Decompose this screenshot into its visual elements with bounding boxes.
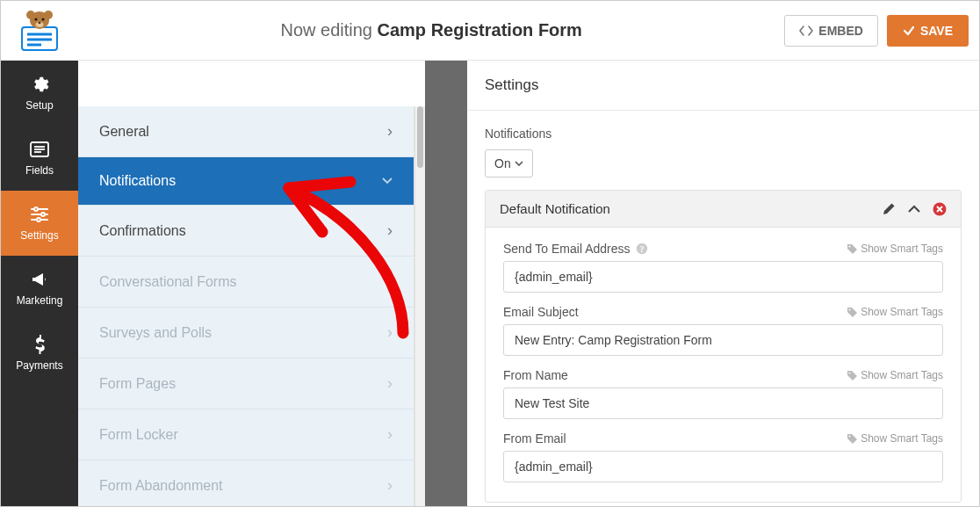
tag-icon [847,308,857,317]
subpanel-form-pages[interactable]: Form Pages › [78,359,414,409]
check-icon [903,25,915,37]
form-title: Camp Registration Form [378,20,582,40]
svg-point-26 [849,372,851,373]
sliders-icon [30,205,49,224]
field-from-name: From Name Show Smart Tags [503,368,943,419]
card-title: Default Notification [500,201,610,216]
wpforms-logo-icon [15,10,64,52]
notifications-toggle-section: Notifications On [467,111,979,181]
page-title: Now editing Camp Registration Form [78,20,784,40]
subpanel-confirmations[interactable]: Confirmations › [78,206,414,257]
subpanel-wrap: General › Notifications Confirmations › … [78,61,425,506]
subpanel-label: General [99,124,149,140]
svg-point-5 [26,11,35,19]
embed-button[interactable]: EMBED [784,15,878,47]
card-header: Default Notification [486,191,961,228]
collapse-icon[interactable] [908,205,920,213]
smart-tags-link[interactable]: Show Smart Tags [847,243,943,255]
edit-icon[interactable] [883,202,896,215]
subpanel-label: Confirmations [99,223,186,239]
gear-icon [30,75,49,94]
topbar: Now editing Camp Registration Form EMBED… [1,1,979,61]
subpanel-label: Conversational Forms [99,274,237,290]
from-name-input[interactable] [503,387,943,419]
scrollbar-thumb[interactable] [417,106,423,168]
chevron-right-icon: › [387,425,393,444]
rail-settings[interactable]: Settings [1,191,78,256]
code-icon [799,25,813,37]
subpanel-scrollbar[interactable] [415,106,425,506]
notification-card: Default Notification Send To Email Addre… [485,190,962,503]
rail-label: Setup [25,99,53,112]
select-value: On [494,156,511,170]
notifications-label: Notifications [485,127,962,141]
rail-label: Settings [20,229,58,242]
rail-label: Fields [25,164,54,177]
chevron-down-icon [382,177,393,185]
rail-payments[interactable]: Payments [1,321,78,386]
chevron-right-icon: › [387,221,393,240]
app-logo [1,10,78,52]
svg-point-24 [849,245,851,247]
left-rail: Setup Fields Settings Marketing Payments [1,61,78,506]
chevron-down-icon [515,161,523,167]
svg-point-10 [39,22,41,24]
field-email-subject: Email Subject Show Smart Tags [503,305,943,356]
rail-marketing[interactable]: Marketing [1,256,78,321]
svg-point-20 [37,218,40,221]
chevron-right-icon: › [387,374,393,393]
settings-subpanel: General › Notifications Confirmations › … [78,106,415,507]
content-panel: Settings Notifications On Default Notifi… [467,61,979,506]
email-subject-input[interactable] [503,324,943,356]
subpanel-notifications[interactable]: Notifications [78,157,414,206]
svg-point-9 [41,18,44,20]
smart-tags-link[interactable]: Show Smart Tags [847,306,943,318]
svg-point-27 [849,435,851,437]
chevron-right-icon: › [387,323,393,342]
subpanel-label: Surveys and Polls [99,325,212,341]
svg-point-25 [849,308,851,310]
subpanel-surveys-polls[interactable]: Surveys and Polls › [78,308,414,359]
svg-point-16 [34,207,38,211]
rail-fields[interactable]: Fields [1,126,78,191]
chevron-right-icon: › [387,272,393,291]
subpanel-general[interactable]: General › [78,106,414,157]
tag-icon [847,371,857,380]
divider-gap [425,61,467,506]
rail-label: Payments [16,359,62,372]
subpanel-label: Form Locker [99,427,178,443]
bullhorn-icon [30,270,49,289]
tag-icon [847,434,857,444]
chevron-right-icon: › [387,476,393,495]
field-label: From Email [503,431,566,445]
from-email-input[interactable] [503,451,943,482]
main-area: Setup Fields Settings Marketing Payments… [1,61,979,506]
svg-point-18 [41,213,45,216]
field-label: From Name [503,368,568,382]
subpanel-form-locker[interactable]: Form Locker › [78,409,414,460]
help-icon[interactable]: ? [636,243,648,255]
tag-icon [847,244,857,254]
smart-tags-link[interactable]: Show Smart Tags [847,369,943,381]
dollar-icon [30,335,49,354]
svg-point-6 [44,11,53,19]
chevron-right-icon: › [387,122,393,141]
subpanel-form-abandonment[interactable]: Form Abandonment › [78,460,414,507]
svg-point-8 [34,18,37,20]
subpanel-label: Form Pages [99,376,176,392]
rail-setup[interactable]: Setup [1,61,78,126]
send-to-input[interactable] [503,261,943,293]
list-icon [30,140,49,159]
subpanel-label: Form Abandonment [99,478,223,494]
title-prefix: Now editing [280,20,377,40]
card-body: Send To Email Address ? Show Smart Tags … [486,228,961,502]
field-send-to: Send To Email Address ? Show Smart Tags [503,242,943,293]
notifications-select[interactable]: On [485,149,533,177]
svg-text:?: ? [639,244,644,254]
delete-icon[interactable] [933,202,947,216]
card-actions [883,202,947,216]
rail-label: Marketing [17,294,63,307]
subpanel-conversational-forms[interactable]: Conversational Forms › [78,257,414,308]
smart-tags-link[interactable]: Show Smart Tags [847,432,943,445]
save-button[interactable]: SAVE [887,15,969,47]
